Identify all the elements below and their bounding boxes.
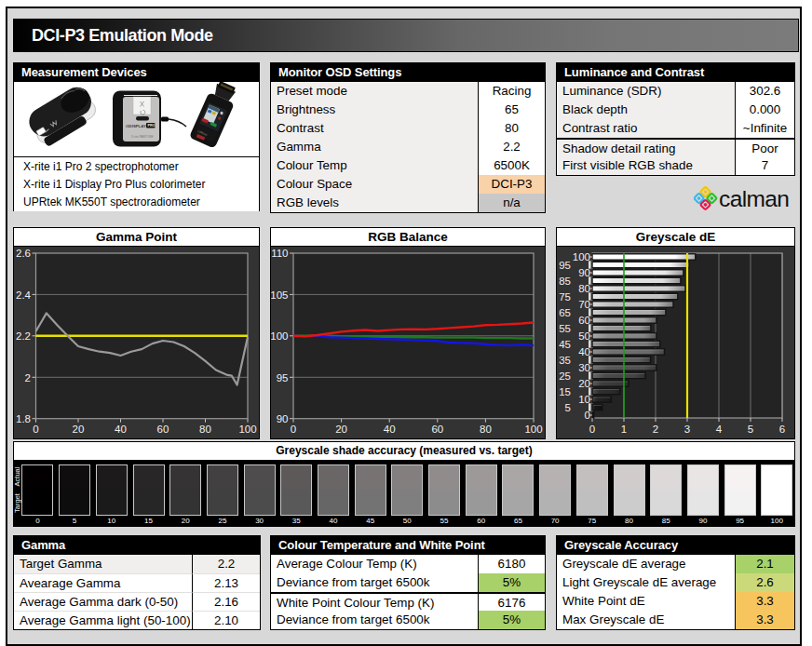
svg-text:0: 0 — [585, 410, 590, 421]
svg-text:60: 60 — [578, 315, 590, 326]
svg-text:100: 100 — [271, 330, 289, 342]
svg-text:40: 40 — [578, 346, 590, 357]
svg-text:2.4: 2.4 — [16, 289, 32, 301]
svg-text:2.2: 2.2 — [16, 330, 31, 342]
svg-text:15: 15 — [559, 386, 571, 397]
svg-text:80: 80 — [199, 424, 211, 435]
svg-text:50: 50 — [578, 330, 590, 342]
svg-text:6: 6 — [779, 424, 785, 435]
svg-text:65: 65 — [559, 307, 571, 318]
svg-text:20: 20 — [335, 424, 347, 435]
svg-text:45: 45 — [559, 339, 571, 350]
svg-text:Actual: Actual — [14, 466, 21, 486]
svg-text:70: 70 — [578, 299, 590, 310]
svg-text:1: 1 — [621, 424, 627, 435]
svg-text:95: 95 — [559, 260, 571, 271]
svg-text:25: 25 — [559, 370, 571, 382]
svg-text:100: 100 — [524, 424, 542, 435]
svg-text:2: 2 — [25, 372, 31, 384]
svg-text:40: 40 — [384, 424, 396, 435]
svg-text:75: 75 — [559, 291, 571, 303]
svg-text:2: 2 — [653, 424, 658, 435]
svg-text:35: 35 — [559, 355, 571, 366]
svg-text:0: 0 — [589, 424, 595, 435]
svg-text:60: 60 — [431, 424, 443, 435]
svg-text:105: 105 — [271, 289, 289, 301]
svg-text:90: 90 — [277, 413, 289, 424]
svg-text:90: 90 — [578, 267, 590, 278]
svg-text:100: 100 — [573, 251, 590, 262]
svg-text:95: 95 — [277, 372, 289, 384]
svg-text:i1DISPLAY: i1DISPLAY — [126, 124, 146, 128]
svg-text:2.6: 2.6 — [16, 248, 31, 259]
svg-text:5: 5 — [565, 402, 571, 413]
svg-text:110: 110 — [271, 248, 288, 259]
svg-text:1.8: 1.8 — [16, 413, 31, 424]
svg-text:calman: calman — [719, 186, 789, 211]
svg-text:X-rite PANTONE: X-rite PANTONE — [131, 135, 154, 139]
svg-text:Target: Target — [14, 492, 21, 513]
svg-text:10: 10 — [578, 394, 590, 405]
svg-text:3: 3 — [684, 424, 690, 435]
svg-text:0: 0 — [291, 424, 296, 435]
svg-text:100: 100 — [238, 424, 256, 435]
svg-text:30: 30 — [578, 362, 590, 373]
svg-text:4: 4 — [716, 424, 723, 435]
svg-text:85: 85 — [559, 276, 571, 287]
svg-text:5: 5 — [748, 424, 753, 435]
svg-text:PRO: PRO — [148, 124, 156, 128]
svg-text:0: 0 — [33, 424, 38, 435]
svg-text:60: 60 — [157, 424, 169, 435]
svg-text:55: 55 — [559, 323, 571, 334]
svg-text:80: 80 — [480, 424, 492, 435]
svg-text:20: 20 — [73, 424, 85, 435]
svg-text:80: 80 — [578, 283, 590, 294]
svg-text:40: 40 — [115, 424, 127, 435]
svg-text:20: 20 — [578, 378, 590, 389]
